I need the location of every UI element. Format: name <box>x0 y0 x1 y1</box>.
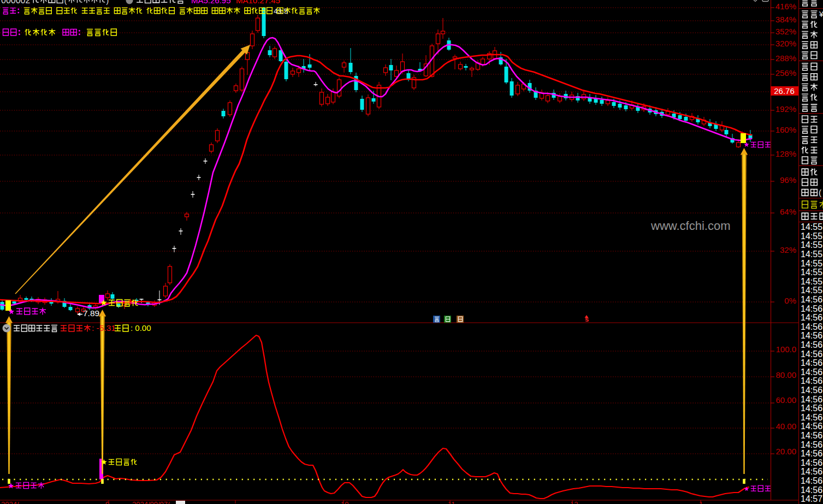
svg-text:192%: 192% <box>775 104 796 114</box>
svg-text:14:56: 14:56 <box>801 440 822 449</box>
svg-text:14:56: 14:56 <box>801 331 822 340</box>
svg-text:0%: 0% <box>784 296 796 305</box>
svg-text:: 0.00: : 0.00 <box>131 323 151 333</box>
svg-text:100.0: 100.0 <box>775 345 796 354</box>
svg-text:14:56: 14:56 <box>801 358 822 367</box>
svg-text:10: 10 <box>341 500 348 504</box>
svg-text:80.00: 80.00 <box>775 370 796 380</box>
svg-text:14:56: 14:56 <box>801 322 822 331</box>
svg-text:32%: 32% <box>780 245 796 254</box>
svg-text:128%: 128% <box>775 149 796 158</box>
svg-text:12: 12 <box>570 500 578 504</box>
svg-text:000002: 000002 <box>1 0 30 5</box>
svg-text:64%: 64% <box>780 207 796 216</box>
svg-text:14:55: 14:55 <box>801 286 822 295</box>
svg-text:7.89: 7.89 <box>83 309 99 318</box>
svg-text:96%: 96% <box>780 175 796 185</box>
svg-text:20.00: 20.00 <box>775 447 796 456</box>
svg-text:40.00: 40.00 <box>775 422 796 431</box>
svg-text:11: 11 <box>448 500 455 504</box>
svg-text:352%: 352% <box>775 27 796 36</box>
svg-text:14:55: 14:55 <box>801 259 822 268</box>
svg-text:: -5.31: : -5.31 <box>92 323 116 333</box>
svg-text:14:56: 14:56 <box>801 458 822 467</box>
svg-text:14:56: 14:56 <box>801 395 822 404</box>
svg-text:14:56: 14:56 <box>801 413 822 422</box>
svg-text:14:55: 14:55 <box>801 250 822 259</box>
svg-text:14:55: 14:55 <box>801 268 822 277</box>
svg-text:384%: 384% <box>775 15 796 24</box>
svg-text:14:56: 14:56 <box>801 376 822 386</box>
svg-text:1: 1 <box>699 500 703 504</box>
svg-text:288%: 288% <box>775 54 796 63</box>
svg-text:14:56: 14:56 <box>801 404 822 413</box>
svg-text:14:55: 14:55 <box>801 222 822 232</box>
svg-text:14:56: 14:56 <box>801 467 822 476</box>
svg-text:14:56: 14:56 <box>801 476 822 485</box>
svg-text:14:56: 14:56 <box>801 349 822 359</box>
svg-text:(: ( <box>819 188 821 197</box>
svg-text:256%: 256% <box>775 68 796 78</box>
svg-text:416%: 416% <box>775 2 796 11</box>
svg-text:14:56: 14:56 <box>801 367 822 377</box>
svg-text:¥: ¥ <box>819 10 823 19</box>
svg-text:160%: 160% <box>775 125 796 134</box>
svg-text:2024/09/07/: 2024/09/07/ <box>132 500 170 504</box>
svg-text:26.76: 26.76 <box>774 86 795 96</box>
svg-text:): ) <box>106 0 109 5</box>
svg-text:14:56: 14:56 <box>801 449 822 458</box>
svg-text:60.00: 60.00 <box>775 395 796 405</box>
svg-text:14:56: 14:56 <box>801 340 822 349</box>
svg-text:320%: 320% <box>775 39 796 48</box>
svg-text:14:56: 14:56 <box>801 422 822 431</box>
svg-text:14:55: 14:55 <box>801 240 822 250</box>
svg-text:14:57: 14:57 <box>801 494 822 503</box>
svg-text:14:56: 14:56 <box>801 295 822 304</box>
svg-text:2024/: 2024/ <box>1 500 19 504</box>
svg-text:43.5: 43.5 <box>274 7 288 15</box>
svg-text:14:55: 14:55 <box>801 277 822 286</box>
svg-text:14:56: 14:56 <box>801 304 822 313</box>
svg-text:14:56: 14:56 <box>801 386 822 395</box>
svg-text:14:56: 14:56 <box>801 431 822 440</box>
svg-text:14:55: 14:55 <box>801 232 822 241</box>
svg-text:(: ( <box>64 0 67 5</box>
svg-text:www.cfchi.com: www.cfchi.com <box>650 219 730 233</box>
svg-text:MA5:26.95: MA5:26.95 <box>191 0 231 5</box>
svg-text:14:56: 14:56 <box>801 313 822 322</box>
svg-text:MA10:27.45: MA10:27.45 <box>236 0 280 5</box>
svg-text:14:56: 14:56 <box>801 485 822 495</box>
